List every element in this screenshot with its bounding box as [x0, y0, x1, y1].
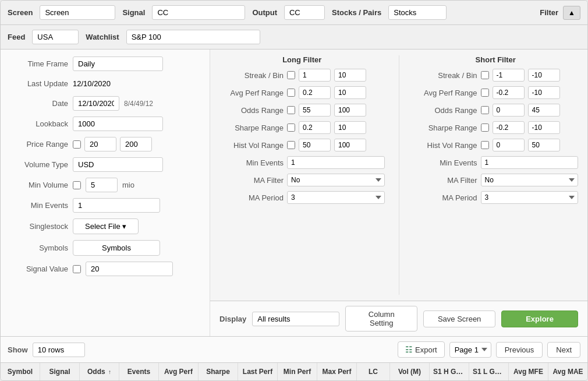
price-range-inputs — [73, 137, 152, 151]
col-avgmae[interactable]: Avg MAE — [548, 363, 587, 380]
long-avgperf-row: Avg Perf Range — [219, 86, 385, 99]
col-s1hgain[interactable]: S1 H Gain — [430, 363, 469, 380]
long-avgperf-checkbox[interactable] — [287, 89, 295, 97]
min-events-row: Min Events — [10, 198, 200, 213]
min-events-input[interactable] — [73, 198, 160, 213]
save-screen-button[interactable]: Save Screen — [423, 311, 495, 327]
short-maperiod-row: MA Period 3 — [413, 191, 579, 204]
short-histvol-checkbox[interactable] — [481, 141, 489, 149]
long-odds-row: Odds Range — [219, 104, 385, 117]
display-select[interactable]: All results — [252, 312, 339, 326]
date-label: Date — [10, 99, 68, 108]
next-button[interactable]: Next — [547, 342, 580, 358]
screen-label: Screen — [8, 8, 33, 17]
previous-button[interactable]: Previous — [496, 342, 543, 358]
col-avgmae-label: Avg MAE — [552, 368, 583, 376]
min-volume-input[interactable] — [86, 178, 118, 192]
export-button[interactable]: ☷ Export — [398, 341, 445, 358]
long-streak-checkbox[interactable] — [287, 71, 295, 79]
explore-button[interactable]: Explore — [501, 311, 578, 327]
short-histvol-val1[interactable] — [493, 139, 525, 151]
short-streak-val1[interactable] — [493, 69, 525, 82]
col-avgperf[interactable]: Avg Perf — [159, 363, 199, 380]
output-select[interactable]: CC — [284, 5, 325, 20]
price-range-label: Price Range — [10, 140, 68, 149]
price-range-checkbox[interactable] — [73, 140, 81, 149]
min-volume-checkbox[interactable] — [73, 181, 81, 189]
short-sharpe-val1[interactable] — [493, 121, 525, 134]
short-maperiod-select[interactable]: 3 — [481, 191, 579, 204]
col-odds[interactable]: Odds ↑ — [80, 363, 119, 380]
short-sharpe-label: Sharpe Range — [413, 124, 477, 132]
symbols-button[interactable]: Symbols — [73, 240, 160, 256]
long-avgperf-val2[interactable] — [334, 86, 366, 99]
short-streak-checkbox[interactable] — [481, 71, 489, 79]
long-streak-val2[interactable] — [334, 69, 366, 82]
short-histvol-val2[interactable] — [528, 139, 560, 151]
long-histvol-checkbox[interactable] — [287, 141, 295, 149]
table-bar: Show 10 rows ☷ Export Page 1 Previous Ne… — [1, 336, 587, 362]
long-sharpe-val2[interactable] — [334, 121, 366, 134]
short-mafilter-select[interactable]: No — [481, 174, 579, 186]
timeframe-select[interactable]: Daily — [73, 57, 163, 71]
symbols-label: Symbols — [10, 244, 68, 252]
volume-type-select[interactable]: USD — [73, 157, 163, 172]
col-minperf[interactable]: Min Perf — [278, 363, 317, 380]
long-odds-checkbox[interactable] — [287, 106, 295, 114]
short-avgperf-val1[interactable] — [493, 86, 525, 99]
filter-arrow-button[interactable]: ▲ — [563, 6, 580, 20]
signal-value-checkbox[interactable] — [73, 265, 81, 273]
long-streak-val1[interactable] — [299, 69, 331, 82]
short-sharpe-val2[interactable] — [528, 121, 560, 134]
signal-value-input[interactable] — [86, 262, 173, 276]
short-avgperf-val2[interactable] — [528, 86, 560, 99]
date-input[interactable] — [73, 96, 119, 111]
long-odds-val2[interactable] — [334, 104, 366, 117]
signal-select[interactable]: CC — [152, 5, 245, 20]
short-filter-col: Short Filter Streak / Bin Avg Perf Range — [413, 55, 579, 295]
lookback-select[interactable]: 1000 — [73, 117, 163, 131]
long-odds-val1[interactable] — [299, 104, 331, 117]
col-events[interactable]: Events — [119, 363, 159, 380]
col-lc[interactable]: LC — [357, 363, 390, 380]
col-sharpe[interactable]: Sharpe — [199, 363, 238, 380]
col-s1lgain[interactable]: S1 L Gain — [469, 363, 509, 380]
long-maperiod-select[interactable]: 3 — [287, 191, 385, 204]
long-histvol-val2[interactable] — [334, 139, 366, 151]
toolbar-row-1: Screen Screen Signal CC Output CC Stocks… — [1, 1, 587, 25]
col-events-label: Events — [127, 368, 150, 376]
long-sharpe-checkbox[interactable] — [287, 124, 295, 132]
short-odds-val2[interactable] — [528, 104, 560, 117]
long-histvol-val1[interactable] — [299, 139, 331, 151]
short-avgperf-checkbox[interactable] — [481, 89, 489, 97]
price-range-min[interactable] — [84, 137, 116, 151]
long-avgperf-val1[interactable] — [299, 86, 331, 99]
long-filter-col: Long Filter Streak / Bin Avg Perf Range — [219, 55, 385, 295]
page-select[interactable]: Page 1 — [449, 342, 491, 358]
long-minevents-input[interactable] — [287, 156, 385, 169]
short-odds-label: Odds Range — [413, 106, 477, 115]
singlestock-button[interactable]: Select File ▾ — [73, 218, 139, 234]
short-odds-val1[interactable] — [493, 104, 525, 117]
col-maxperf[interactable]: Max Perf — [317, 363, 357, 380]
short-streak-val2[interactable] — [528, 69, 560, 82]
short-odds-checkbox[interactable] — [481, 106, 489, 114]
col-avgmfe[interactable]: Avg MFE — [509, 363, 548, 380]
col-volm[interactable]: Vol (M) — [390, 363, 430, 380]
stocks-select[interactable]: Stocks — [388, 5, 447, 20]
col-lastperf[interactable]: Last Perf — [238, 363, 278, 380]
long-sharpe-val1[interactable] — [299, 121, 331, 134]
col-signal[interactable]: Signal — [40, 363, 80, 380]
watchlist-select[interactable]: S&P 100 — [126, 30, 260, 44]
long-mafilter-select[interactable]: No — [287, 174, 385, 186]
min-volume-row: Min Volume mio — [10, 178, 200, 192]
rows-select[interactable]: 10 rows — [33, 343, 85, 357]
col-minperf-label: Min Perf — [284, 368, 311, 376]
price-range-max[interactable] — [120, 137, 152, 151]
feed-select[interactable]: USA — [32, 30, 79, 44]
column-setting-button[interactable]: Column Setting — [345, 306, 417, 331]
short-sharpe-checkbox[interactable] — [481, 124, 489, 132]
screen-select[interactable]: Screen — [40, 5, 115, 20]
col-symbol[interactable]: Symbol — [1, 363, 40, 380]
short-minevents-input[interactable] — [481, 156, 579, 169]
